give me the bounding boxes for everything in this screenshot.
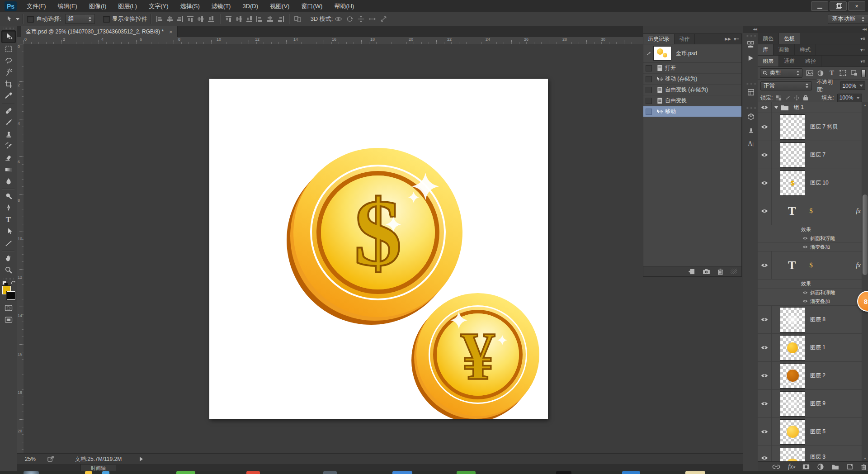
document-canvas[interactable]: $ ¥ xyxy=(209,79,548,419)
history-item-move-saveas[interactable]: 移动 (存储为) xyxy=(643,74,741,85)
horizontal-ruler[interactable]: 024681012141618202224262830 xyxy=(24,37,643,44)
distribute-right-icon[interactable] xyxy=(277,15,284,23)
history-item-move-selected[interactable]: 移动 xyxy=(643,106,741,117)
layer-row[interactable]: $ 图层 10 xyxy=(758,169,868,197)
tab-adjustments[interactable]: 调整 xyxy=(774,44,795,55)
taskbar-icon[interactable] xyxy=(323,471,337,474)
opacity-field[interactable]: 100% xyxy=(840,81,865,90)
align-left-edges-icon[interactable] xyxy=(156,15,163,23)
layer-row[interactable]: 图层 1 xyxy=(758,334,868,362)
distribute-left-icon[interactable] xyxy=(256,15,264,23)
group-expand-caret[interactable] xyxy=(774,106,778,109)
tool-preset-caret[interactable] xyxy=(16,18,19,20)
type-tool[interactable]: T xyxy=(2,214,15,226)
menu-item[interactable]: 编辑(E) xyxy=(52,0,83,12)
tab-layers[interactable]: 图层 xyxy=(758,56,779,66)
text-layer-row[interactable]: T $ fx xyxy=(758,197,868,225)
clone-source-panel-icon[interactable] xyxy=(743,123,758,137)
tab-library[interactable]: 库 xyxy=(758,44,774,55)
swap-colors-icon[interactable] xyxy=(10,280,16,285)
layer-fx-badge[interactable]: fx xyxy=(856,207,861,215)
3d-roll-icon[interactable] xyxy=(345,15,354,23)
effect-eye-icon[interactable] xyxy=(802,299,808,303)
visibility-eye-icon[interactable] xyxy=(761,152,768,157)
panel-grip[interactable] xyxy=(4,28,14,29)
taskbar-icon[interactable] xyxy=(392,471,412,474)
workspace-switcher[interactable]: 基本功能 xyxy=(828,14,868,24)
align-bottom-edges-icon[interactable] xyxy=(208,15,215,23)
3d-scale-icon[interactable] xyxy=(379,15,388,23)
dodge-tool[interactable] xyxy=(2,190,15,202)
align-h-centers-icon[interactable] xyxy=(166,15,174,23)
eyedropper-tool[interactable] xyxy=(2,90,15,102)
eraser-tool[interactable] xyxy=(2,152,15,164)
layer-row[interactable]: 图层 3 xyxy=(758,446,868,461)
new-document-from-state-icon[interactable] xyxy=(688,268,695,275)
fill-field[interactable]: 100% xyxy=(837,94,863,102)
adjustment-layer-icon[interactable] xyxy=(817,464,824,470)
lock-transparency-icon[interactable] xyxy=(776,95,782,101)
effects-title-row[interactable]: 效果 xyxy=(758,225,868,234)
path-selection-tool[interactable] xyxy=(2,226,15,237)
effect-eye-icon[interactable] xyxy=(802,245,808,249)
layer-row[interactable]: 图层 2 xyxy=(758,362,868,390)
delete-state-icon[interactable] xyxy=(717,268,723,275)
history-item-freetransform-saveas[interactable]: 自由变换 (存储为) xyxy=(643,85,741,95)
marquee-tool[interactable] xyxy=(2,43,15,55)
filter-toggle-switch[interactable] xyxy=(861,69,866,77)
panel-resize-grip[interactable] xyxy=(731,269,737,274)
menu-item[interactable]: 窗口(W) xyxy=(295,0,328,12)
distribute-v-centers-icon[interactable] xyxy=(235,15,243,23)
layer-thumbnail[interactable] xyxy=(780,114,805,140)
timeline-tab[interactable]: 时间轴 xyxy=(80,464,116,472)
background-color-swatch[interactable] xyxy=(7,291,15,300)
tab-paths[interactable]: 路径 xyxy=(800,56,821,66)
properties-panel-icon[interactable] xyxy=(743,85,758,99)
layer-row[interactable]: 图层 5 xyxy=(758,418,868,446)
new-snapshot-icon[interactable] xyxy=(703,269,710,275)
lock-pixels-icon[interactable] xyxy=(785,95,791,101)
layer-thumbnail[interactable] xyxy=(780,307,805,332)
taskbar-icon[interactable] xyxy=(176,471,195,474)
history-snapshot-row[interactable]: 金币.psd xyxy=(643,44,741,63)
scroll-down-icon[interactable]: ▼ xyxy=(862,457,868,460)
layer-thumbnail[interactable] xyxy=(780,142,805,168)
lock-position-icon[interactable] xyxy=(794,95,800,101)
panel-menu-icon[interactable]: ▾≡ xyxy=(860,56,868,66)
layer-row[interactable]: 图层 7 拷贝 xyxy=(758,113,868,141)
layer-thumbnail[interactable]: $ xyxy=(780,171,805,196)
layer-style-icon[interactable]: fx▾ xyxy=(788,463,795,470)
distribute-top-icon[interactable] xyxy=(225,15,232,23)
history-source-checkbox[interactable] xyxy=(646,87,652,93)
taskbar-icon[interactable] xyxy=(102,471,109,474)
tab-actions[interactable]: 动作 xyxy=(675,34,695,44)
status-expand-icon[interactable] xyxy=(140,457,143,461)
dock-collapse-icon[interactable]: ◀◀ xyxy=(758,26,868,33)
scrollbar-thumb[interactable] xyxy=(863,194,868,275)
tab-channels[interactable]: 通道 xyxy=(779,56,800,66)
layer-row[interactable]: 图层 8 xyxy=(758,306,868,334)
gradient-tool[interactable] xyxy=(2,164,15,175)
menu-item[interactable]: 帮助(H) xyxy=(328,0,360,12)
filter-pixel-layers-icon[interactable] xyxy=(805,69,814,77)
distribute-bottom-icon[interactable] xyxy=(245,15,253,23)
vertical-ruler[interactable]: 0246810121416182022 xyxy=(17,44,24,453)
layer-row[interactable]: 图层 9 xyxy=(758,390,868,418)
visibility-eye-icon[interactable] xyxy=(761,105,768,110)
layer-fx-badge[interactable]: fx xyxy=(856,261,861,269)
visibility-eye-icon[interactable] xyxy=(761,317,768,322)
visibility-eye-icon[interactable] xyxy=(761,373,768,378)
panel-collapse-icon[interactable]: ▶▶ xyxy=(725,37,731,41)
3d-panel-icon[interactable] xyxy=(743,110,758,123)
history-source-checkbox[interactable] xyxy=(646,98,652,104)
visibility-eye-icon[interactable] xyxy=(761,263,768,268)
history-source-checkbox[interactable] xyxy=(646,109,652,115)
tab-swatches[interactable]: 色板 xyxy=(779,33,800,44)
new-group-icon[interactable] xyxy=(831,464,839,469)
auto-align-layers-icon[interactable] xyxy=(294,15,302,23)
taskbar-icon[interactable] xyxy=(85,471,92,474)
filter-adjustment-layers-icon[interactable] xyxy=(816,69,825,77)
layer-thumbnail[interactable] xyxy=(780,335,805,360)
export-icon[interactable] xyxy=(47,456,54,462)
visibility-eye-icon[interactable] xyxy=(761,429,768,434)
